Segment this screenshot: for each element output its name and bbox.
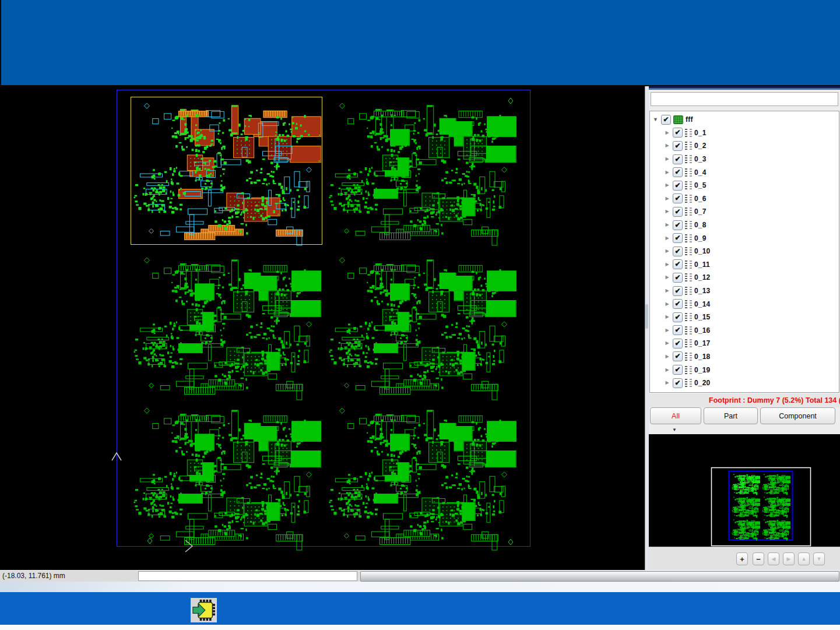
tree-item-row[interactable]: ▶✔0_5	[664, 179, 839, 192]
tree-item-row[interactable]: ▶✔0_14	[664, 297, 839, 311]
expand-toggle-icon[interactable]: ▶	[664, 288, 670, 293]
tree-item-label[interactable]: 0_9	[694, 234, 707, 242]
splitter-handle-icon[interactable]	[645, 304, 648, 329]
visibility-checkbox[interactable]: ✔	[673, 365, 683, 375]
visibility-checkbox[interactable]: ✔	[673, 259, 683, 269]
tree-item-row[interactable]: ▶✔0_7	[664, 205, 839, 219]
visibility-checkbox[interactable]: ✔	[673, 141, 683, 151]
collapse-toggle-icon[interactable]: ▼	[652, 117, 659, 122]
tree-item-row[interactable]: ▶✔0_18	[664, 350, 839, 364]
tree-item-label[interactable]: 0_8	[694, 221, 707, 229]
tree-item-label[interactable]: 0_19	[694, 366, 711, 374]
expand-toggle-icon[interactable]: ▶	[664, 143, 670, 148]
minimap-canvas[interactable]	[649, 434, 840, 547]
expand-toggle-icon[interactable]: ▶	[664, 236, 670, 241]
visibility-checkbox[interactable]: ✔	[673, 273, 683, 283]
visibility-checkbox[interactable]: ✔	[673, 193, 683, 203]
status-input[interactable]	[138, 571, 357, 581]
tree-item-label[interactable]: fff	[686, 115, 693, 124]
expand-toggle-icon[interactable]: ▶	[664, 131, 670, 135]
tree-item-label[interactable]: 0_1	[694, 129, 707, 137]
visibility-checkbox[interactable]: ✔	[673, 378, 683, 388]
tree-item-label[interactable]: 0_3	[694, 155, 707, 163]
expand-toggle-icon[interactable]: ▶	[664, 354, 670, 359]
filter-input[interactable]	[651, 92, 838, 106]
tree-item-label[interactable]: 0_11	[694, 261, 710, 269]
tree-item-row[interactable]: ▶✔0_16	[664, 324, 839, 337]
taskbar-app-button[interactable]	[191, 598, 217, 622]
visibility-checkbox[interactable]: ✔	[673, 312, 683, 322]
visibility-checkbox[interactable]: ✔	[673, 128, 683, 138]
tree-item-label[interactable]: 0_13	[694, 287, 711, 295]
page-next-button[interactable]: ▶	[783, 552, 795, 565]
panel-board-1[interactable]	[131, 97, 322, 245]
expand-toggle-icon[interactable]: ▶	[664, 262, 670, 267]
tree-item-label[interactable]: 0_20	[694, 379, 711, 387]
visibility-checkbox[interactable]: ✔	[673, 220, 683, 230]
zoom-out-button[interactable]: −	[753, 552, 764, 565]
tree-item-label[interactable]: 0_10	[694, 247, 711, 255]
page-down-button[interactable]: ▼	[813, 552, 825, 565]
collapse-panel-icon[interactable]: ▼	[672, 427, 677, 432]
tree-item-row[interactable]: ▶✔0_12	[664, 271, 839, 284]
tree-item-label[interactable]: 0_17	[694, 339, 711, 347]
panel-board-3[interactable]	[131, 251, 322, 399]
expand-toggle-icon[interactable]: ▶	[664, 223, 670, 227]
expand-toggle-icon[interactable]: ▶	[664, 328, 670, 333]
expand-toggle-icon[interactable]: ▶	[664, 170, 670, 175]
tree-item-row[interactable]: ▶✔0_4	[664, 166, 839, 179]
visibility-checkbox[interactable]: ✔	[673, 181, 683, 191]
tree-item-label[interactable]: 0_2	[694, 142, 707, 150]
visibility-checkbox[interactable]: ✔	[673, 325, 683, 335]
tree-item-row[interactable]: ▶✔0_11	[664, 258, 839, 272]
tree-item-row[interactable]: ▶✔0_3	[664, 153, 839, 166]
visibility-checkbox[interactable]: ✔	[673, 233, 683, 243]
tree-item-label[interactable]: 0_16	[694, 326, 711, 335]
panel-board-4[interactable]	[326, 251, 518, 399]
visibility-checkbox[interactable]: ✔	[673, 339, 683, 349]
page-prev-button[interactable]: ◀	[768, 552, 779, 565]
expand-toggle-icon[interactable]: ▶	[664, 341, 670, 346]
expand-toggle-icon[interactable]: ▶	[664, 302, 670, 307]
tree-item-row[interactable]: ▶✔0_2	[664, 139, 839, 153]
tree-item-label[interactable]: 0_5	[694, 181, 707, 189]
expand-toggle-icon[interactable]: ▶	[664, 315, 670, 319]
pcb-viewport[interactable]	[0, 86, 645, 570]
expand-toggle-icon[interactable]: ▶	[664, 157, 670, 161]
tree-item-label[interactable]: 0_18	[694, 353, 711, 361]
expand-toggle-icon[interactable]: ▶	[664, 209, 670, 214]
tree-item-label[interactable]: 0_6	[694, 195, 707, 203]
expand-toggle-icon[interactable]: ▶	[664, 196, 670, 201]
panel-board-5[interactable]	[131, 402, 322, 550]
visibility-checkbox[interactable]: ✔	[673, 286, 683, 296]
tree-item-row[interactable]: ▶✔0_15	[664, 311, 839, 324]
tree-item-row[interactable]: ▶✔0_13	[664, 284, 839, 298]
zoom-in-button[interactable]: +	[736, 552, 748, 565]
tree-item-label[interactable]: 0_4	[694, 168, 707, 177]
tree-item-row[interactable]: ▶✔0_10	[664, 245, 839, 258]
expand-toggle-icon[interactable]: ▶	[664, 183, 670, 188]
visibility-checkbox[interactable]: ✔	[673, 247, 683, 256]
visibility-checkbox[interactable]: ✔	[673, 154, 683, 164]
panel-board-2[interactable]	[326, 97, 518, 245]
tree-item-label[interactable]: 0_12	[694, 273, 711, 281]
expand-toggle-icon[interactable]: ▶	[664, 368, 670, 372]
all-button[interactable]: All	[650, 407, 701, 424]
tree-item-row[interactable]: ▶✔0_6	[664, 192, 839, 206]
panel-canvas[interactable]	[0, 86, 645, 570]
panel-board-6[interactable]	[326, 402, 518, 550]
tree-item-row[interactable]: ▶✔0_9	[664, 231, 839, 245]
visibility-checkbox[interactable]: ✔	[673, 351, 683, 361]
tree-item-row[interactable]: ▶✔0_20	[664, 376, 839, 390]
expand-toggle-icon[interactable]: ▶	[664, 381, 670, 385]
tree-item-label[interactable]: 0_7	[694, 207, 707, 216]
tree-item-row[interactable]: ▶✔0_19	[664, 363, 839, 376]
visibility-checkbox[interactable]: ✔	[673, 299, 683, 309]
tree-item-row[interactable]: ▶✔0_8	[664, 219, 839, 232]
tree-item-row[interactable]: ▶✔0_1	[664, 126, 839, 140]
tree-item-row[interactable]: ▶✔0_17	[664, 337, 839, 350]
tree-root-row[interactable]: ▼✔fff	[652, 113, 839, 126]
tree-item-label[interactable]: 0_14	[694, 300, 711, 308]
expand-toggle-icon[interactable]: ▶	[664, 249, 670, 254]
part-button[interactable]: Part	[704, 407, 758, 424]
